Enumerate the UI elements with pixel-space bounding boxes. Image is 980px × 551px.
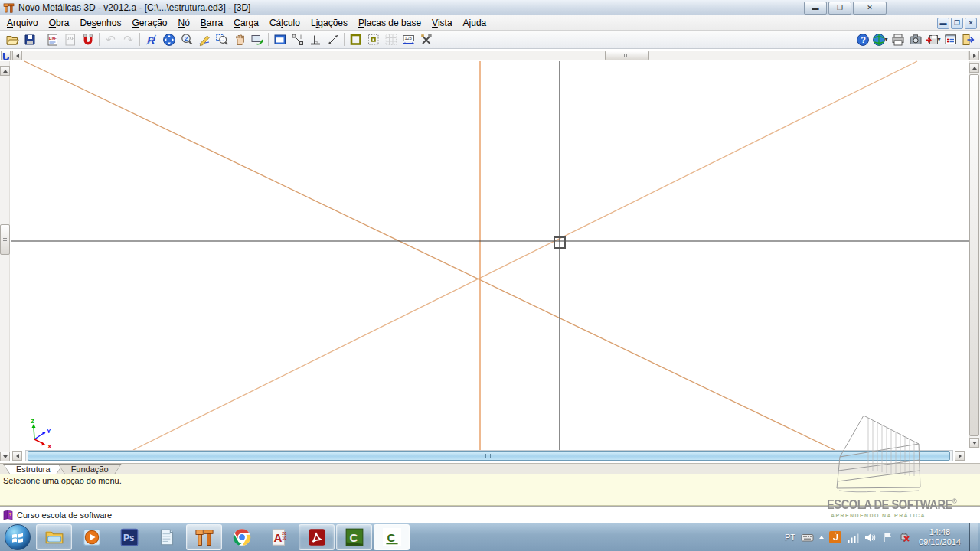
svg-text:123: 123 — [404, 36, 411, 41]
close-button[interactable]: ✕ — [853, 2, 887, 15]
toolbar-button-save[interactable] — [21, 31, 38, 47]
taskbar-button-camtasia-studio[interactable]: C — [336, 524, 372, 550]
taskbar-button-chrome[interactable] — [224, 524, 260, 550]
toolbar-button-undo: ↶ — [102, 31, 119, 47]
menu-item-vista[interactable]: Vista — [426, 16, 457, 30]
top-scrollbar-thumb[interactable] — [605, 51, 649, 60]
volume-icon[interactable] — [864, 533, 877, 543]
network-signal-icon[interactable] — [847, 533, 859, 543]
menu-item-calculo[interactable]: Cálculo — [264, 16, 305, 30]
toolbar-button-measure-123[interactable]: 123 — [400, 31, 417, 47]
menu-item-geracao[interactable]: Geração — [126, 16, 172, 30]
keyboard-icon[interactable] — [801, 533, 814, 543]
toolbar-button-zoom-previous[interactable]: 2 — [178, 31, 195, 47]
taskbar-button-autocad[interactable]: A2010 — [261, 524, 297, 550]
rotate-3d-icon[interactable] — [1, 51, 11, 60]
menu-item-ajuda[interactable]: Ajuda — [458, 16, 492, 30]
minimize-button[interactable]: ▬ — [804, 2, 827, 15]
menu-item-placas-de-base[interactable]: Placas de base — [353, 16, 426, 30]
mdi-close-button[interactable]: ✕ — [965, 18, 977, 29]
toolbar: DXFDXF↶↷R2123 ?▾▾ — [0, 31, 980, 49]
menu-bar: ArquivoObraDesenhosGeraçãoNóBarraCargaCá… — [0, 15, 980, 31]
left-scrollbar-track[interactable] — [0, 61, 10, 461]
menu-item-arquivo[interactable]: Arquivo — [2, 16, 44, 30]
dropdown-caret-icon[interactable]: ▾ — [884, 36, 887, 43]
menu-item-no[interactable]: Nó — [172, 16, 194, 30]
top-scroll-left-arrow[interactable] — [12, 51, 22, 60]
taskbar-button-camtasia-recorder[interactable]: C — [374, 524, 410, 550]
toolbar-button-edit-pencil[interactable] — [195, 31, 213, 47]
taskbar-button-notepad[interactable] — [149, 524, 185, 550]
action-center-flag-icon[interactable] — [882, 532, 893, 543]
toolbar-separator — [41, 33, 41, 46]
left-scroll-up-arrow[interactable] — [0, 66, 10, 76]
tab-fundacao[interactable]: Fundação — [58, 464, 122, 474]
toolbar-button-print[interactable] — [889, 31, 906, 47]
tab-estrutura[interactable]: Estrutura — [3, 464, 64, 474]
top-scroll-right-arrow[interactable] — [969, 51, 979, 60]
bottom-scroll-left-arrow[interactable] — [12, 451, 22, 461]
menu-item-barra[interactable]: Barra — [195, 16, 228, 30]
bottom-scroll-right-arrow[interactable] — [955, 451, 965, 461]
toolbar-button-pan-hand[interactable] — [230, 31, 248, 47]
java-update-icon[interactable] — [829, 531, 841, 543]
toolbar-button-exit-door[interactable] — [959, 31, 977, 47]
taskbar-button-acrobat[interactable] — [299, 524, 335, 550]
toolbar-button-report-window[interactable] — [942, 31, 959, 47]
dropdown-caret-icon[interactable]: ▾ — [937, 36, 940, 43]
toolbar-button-zoom-window[interactable] — [213, 31, 230, 47]
left-scroll-down-arrow[interactable] — [0, 452, 10, 461]
right-scroll-up-arrow[interactable] — [969, 63, 979, 73]
right-scroll-down-arrow[interactable] — [969, 438, 979, 448]
restore-button[interactable]: ❐ — [828, 2, 851, 15]
toolbar-button-import-dxf[interactable]: DXF — [44, 31, 61, 47]
toolbar-button-open-file[interactable] — [3, 31, 21, 47]
right-scrollbar-thumb[interactable] — [969, 74, 979, 436]
top-scrollbar-track[interactable] — [11, 51, 969, 60]
toolbar-button-zoom-extents[interactable] — [160, 31, 178, 47]
menu-item-desenhos[interactable]: Desenhos — [74, 16, 126, 30]
toolbar-button-globe[interactable]: ▾ — [871, 31, 889, 47]
toolbar-separator — [344, 33, 345, 46]
menu-item-carga[interactable]: Carga — [228, 16, 264, 30]
toolbar-button-tools[interactable] — [417, 31, 435, 47]
toolbar-button-node-tool[interactable] — [289, 31, 306, 47]
safely-remove-hardware-icon[interactable] — [898, 532, 910, 543]
show-desktop-button[interactable] — [969, 523, 978, 551]
book-icon: ? — [2, 509, 14, 520]
taskbar-button-metalicas[interactable] — [186, 524, 222, 550]
toolbar-button-refresh-view[interactable] — [248, 31, 266, 47]
menu-item-ligacoes[interactable]: Ligações — [305, 16, 353, 30]
mdi-minimize-button[interactable]: ▬ — [937, 18, 949, 29]
drawing-area[interactable]: Z Y X — [0, 49, 980, 463]
toolbar-button-reference-box[interactable] — [347, 31, 364, 47]
taskbar-button-wmp[interactable] — [74, 524, 109, 550]
bottom-scrollbar-thumb[interactable] — [28, 451, 950, 461]
toolbar-separator — [99, 33, 100, 46]
toolbar-button-export-save[interactable]: ▾ — [924, 31, 942, 47]
beam-diagonal-a — [24, 61, 835, 450]
left-scrollbar-thumb[interactable] — [0, 224, 10, 255]
toolbar-button-snap-center[interactable] — [364, 31, 382, 47]
menu-item-obra[interactable]: Obra — [44, 16, 75, 30]
taskbar-button-photoshop[interactable]: Ps — [111, 524, 147, 550]
start-button[interactable] — [0, 523, 35, 551]
toolbar-button-dimension-tool[interactable] — [324, 31, 341, 47]
svg-text:2: 2 — [185, 35, 188, 42]
svg-text:A: A — [273, 531, 282, 544]
axis-triad: Z Y X — [26, 416, 57, 450]
toolbar-button-magnet-snap[interactable] — [79, 31, 96, 47]
toolbar-button-capture[interactable] — [906, 31, 924, 47]
crosshair-cursor — [554, 236, 566, 249]
taskbar-clock[interactable]: 14:48 09/10/2014 — [916, 527, 964, 547]
toolbar-button-new-window[interactable] — [271, 31, 289, 47]
show-hidden-icons-button[interactable] — [819, 536, 824, 539]
language-indicator[interactable]: PT — [785, 533, 795, 542]
axis-z-label: Z — [31, 418, 34, 425]
mdi-restore-button[interactable]: ❐ — [951, 18, 963, 29]
status-bar: Selecione uma opção do menu. — [0, 474, 980, 506]
toolbar-button-redraw[interactable]: R — [142, 31, 160, 47]
toolbar-button-ortho-tool[interactable] — [306, 31, 324, 47]
toolbar-button-help[interactable]: ? — [854, 31, 871, 47]
taskbar-button-explorer[interactable] — [36, 524, 72, 550]
